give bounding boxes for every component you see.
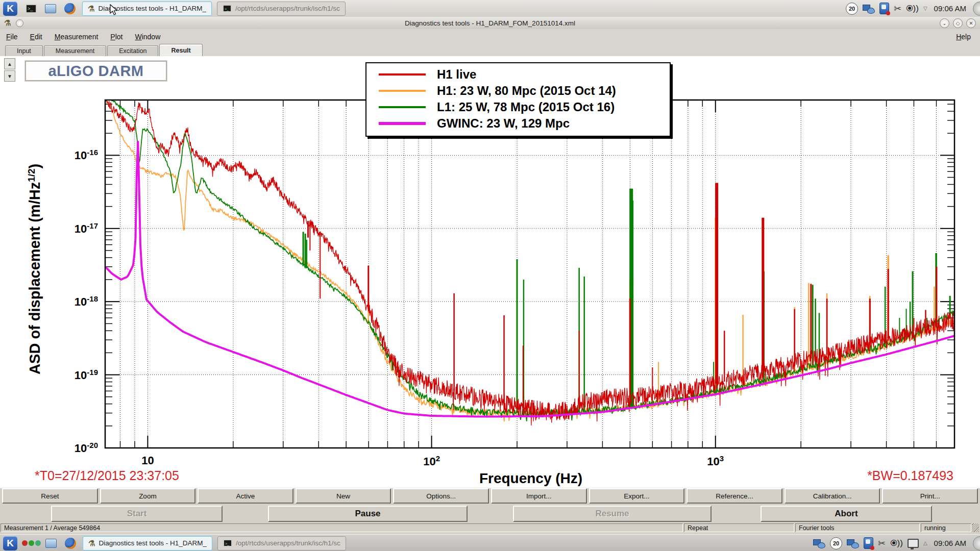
globe-icon-bottom[interactable]: [973, 536, 980, 550]
t0-annotation: *T0=27/12/2015 23:37:05: [35, 468, 179, 483]
legend-entry-3: L1: 25 W, 78 Mpc (2015 Oct 16): [366, 99, 670, 115]
diaggui-task-icon: ⚗: [88, 539, 95, 548]
legend-label: L1: 25 W, 78 Mpc (2015 Oct 16): [437, 100, 615, 114]
task-button-label: /opt/rtcds/userapps/trunk/isc/h1/sc: [236, 539, 340, 547]
scissors-icon-bottom[interactable]: ✂: [878, 538, 886, 549]
legend-entry-1: H1 live: [366, 66, 670, 83]
calibration-button[interactable]: Calibration...: [785, 488, 880, 504]
menu-plot[interactable]: Plot: [104, 33, 129, 41]
resume-button[interactable]: Resume: [513, 506, 712, 522]
y-tick-label: 10-17: [37, 221, 98, 236]
task-button-1[interactable]: ⚗Diagnostics test tools - H1_DARM_FO: [82, 2, 212, 16]
kde-menu-button[interactable]: K: [3, 2, 17, 16]
status-tools: Fourier tools: [795, 523, 920, 532]
reference-button[interactable]: Reference...: [687, 488, 782, 504]
zoom-button[interactable]: Zoom: [100, 488, 196, 504]
mouse-cursor: [110, 4, 119, 16]
tab-input[interactable]: Input: [5, 45, 43, 56]
x-tick-label: 10: [141, 454, 154, 467]
tray-expand-icon[interactable]: △: [923, 540, 927, 546]
toolbar-buttons: ResetZoomActiveNewOptions...Import...Exp…: [0, 487, 980, 504]
terminal-icon[interactable]: >_: [24, 2, 38, 15]
clock-bottom: 09:06 AM: [934, 539, 966, 547]
print-button[interactable]: Print...: [882, 488, 978, 504]
network-icon-2[interactable]: [813, 538, 825, 548]
legend-line-swatch: [379, 73, 426, 76]
pause-button[interactable]: Pause: [268, 506, 468, 522]
legend-line-swatch: [379, 106, 426, 108]
menu-edit[interactable]: Edit: [24, 33, 48, 41]
y-tick-label: 10-18: [37, 294, 98, 309]
menu-help[interactable]: Help: [950, 33, 977, 41]
y-tick-label: 10-16: [37, 148, 98, 162]
volume-icon[interactable]: 🞊)): [906, 4, 919, 14]
menu-file[interactable]: File: [0, 33, 24, 41]
file-manager-icon[interactable]: [44, 2, 57, 15]
y-tick-label: 10-19: [37, 368, 98, 382]
menu-window[interactable]: Window: [129, 33, 166, 41]
file-manager-icon-bottom[interactable]: [44, 537, 58, 550]
import-button[interactable]: Import...: [491, 488, 587, 504]
kde-menu-button-bottom[interactable]: K: [3, 536, 17, 550]
window-title: Diagnostics test tools - H1_DARM_FOM_201…: [0, 19, 980, 27]
task-buttons-top: ⚗Diagnostics test tools - H1_DARM_FO>_/o…: [80, 2, 348, 16]
clipboard-icon-bottom[interactable]: [864, 537, 873, 549]
scissors-icon[interactable]: ✂: [894, 3, 901, 14]
volume-icon-bottom[interactable]: 🞊)): [890, 538, 903, 548]
export-button[interactable]: Export...: [589, 488, 685, 504]
diaggui-task-icon: ⚗: [88, 4, 94, 13]
task-button-label: /opt/rtcds/userapps/trunk/isc/h1/sc: [235, 5, 340, 12]
legend-entry-2: H1: 23 W, 80 Mpc (2015 Oct 14): [366, 83, 670, 99]
tab-measurement[interactable]: Measurement: [44, 45, 106, 56]
reset-button[interactable]: Reset: [2, 488, 98, 504]
series-gwinc: [105, 141, 954, 416]
tab-excitation[interactable]: Excitation: [107, 45, 158, 56]
menu-bar: FileEditMeasurementPlotWindow Help: [0, 29, 980, 44]
clock: 09:06 AM: [934, 4, 966, 13]
plot-panel: ▲ ▼ aLIGO DARM H1 liveH1: 23 W, 80 Mpc (…: [0, 56, 980, 487]
terminal-task-icon: >_: [223, 539, 232, 547]
desktop-dot-green-icon[interactable]: [29, 540, 34, 546]
x-tick-label: 103: [707, 454, 724, 468]
legend-line-swatch: [379, 122, 426, 125]
firefox-icon-bottom[interactable]: [64, 537, 77, 550]
display-icon[interactable]: [908, 539, 919, 548]
desktop-dot-red-icon[interactable]: [22, 540, 28, 546]
date-badge-icon[interactable]: 20: [846, 3, 858, 15]
task-button-2[interactable]: >_/opt/rtcds/userapps/trunk/isc/h1/sc: [217, 536, 346, 550]
window-titlebar[interactable]: ⚗ Diagnostics test tools - H1_DARM_FOM_2…: [0, 17, 980, 30]
control-buttons: StartPauseResumeAbort: [0, 504, 980, 522]
status-bar: Measurement 1 / Average 549864 Repeat Fo…: [0, 522, 980, 534]
desktop-dot-teal-icon[interactable]: [35, 540, 41, 546]
date-badge-icon-bottom[interactable]: 20: [830, 537, 842, 549]
legend-label: H1 live: [437, 67, 476, 82]
taskbar-bottom: K ⚗Diagnostics test tools - H1_DARM_FO>_…: [0, 534, 980, 551]
new-button[interactable]: New: [296, 488, 391, 504]
start-button[interactable]: Start: [51, 506, 223, 522]
tray-collapse-icon[interactable]: ▽: [923, 6, 927, 11]
pad-up-button[interactable]: ▲: [4, 58, 15, 69]
status-repeat: Repeat: [684, 523, 794, 532]
task-button-2[interactable]: >_/opt/rtcds/userapps/trunk/isc/h1/sc: [217, 2, 346, 16]
bw-annotation: *BW=0.187493: [867, 468, 953, 483]
firefox-icon[interactable]: [63, 2, 77, 15]
abort-button[interactable]: Abort: [761, 506, 932, 522]
globe-icon[interactable]: [973, 2, 980, 16]
task-buttons-bottom: ⚗Diagnostics test tools - H1_DARM_FO>_/o…: [80, 536, 349, 550]
plot-frame: [105, 100, 954, 448]
taskbar-top: K >_ ⚗Diagnostics test tools - H1_DARM_F…: [0, 0, 980, 17]
network-icon[interactable]: [863, 4, 875, 14]
options-button[interactable]: Options...: [393, 488, 489, 504]
tab-result[interactable]: Result: [159, 44, 202, 56]
menu-measurement[interactable]: Measurement: [48, 33, 105, 41]
legend-line-swatch: [379, 90, 426, 92]
network-icon-3[interactable]: [847, 538, 859, 548]
y-tick-label: 10-20: [37, 441, 98, 455]
active-button[interactable]: Active: [198, 488, 293, 504]
system-tray-bottom: 20 ✂ 🞊)) △ 09:06 AM: [813, 536, 980, 550]
clipboard-icon[interactable]: [879, 3, 889, 14]
system-tray-top: 20 ✂ 🞊)) ▽ 09:06 AM: [846, 2, 980, 16]
task-button-1[interactable]: ⚗Diagnostics test tools - H1_DARM_FO: [83, 536, 212, 550]
pad-down-button[interactable]: ▼: [4, 70, 15, 82]
resize-grip[interactable]: [972, 523, 979, 532]
